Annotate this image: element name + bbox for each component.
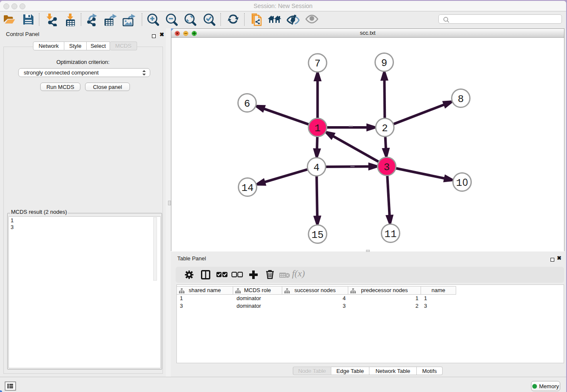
svg-text:4: 4: [314, 162, 319, 174]
svg-text:14: 14: [242, 182, 254, 194]
svg-text:9: 9: [381, 58, 387, 69]
svg-text:15: 15: [311, 229, 324, 241]
svg-text:2: 2: [382, 123, 388, 134]
svg-text:3: 3: [384, 162, 390, 173]
svg-text:8: 8: [458, 94, 464, 105]
svg-text:0: 0: [462, 177, 468, 188]
svg-text:11: 11: [385, 229, 397, 240]
svg-text:1: 1: [314, 123, 320, 134]
svg-text:7: 7: [314, 58, 320, 69]
svg-text:1: 1: [456, 177, 462, 189]
svg-text:6: 6: [244, 98, 250, 110]
